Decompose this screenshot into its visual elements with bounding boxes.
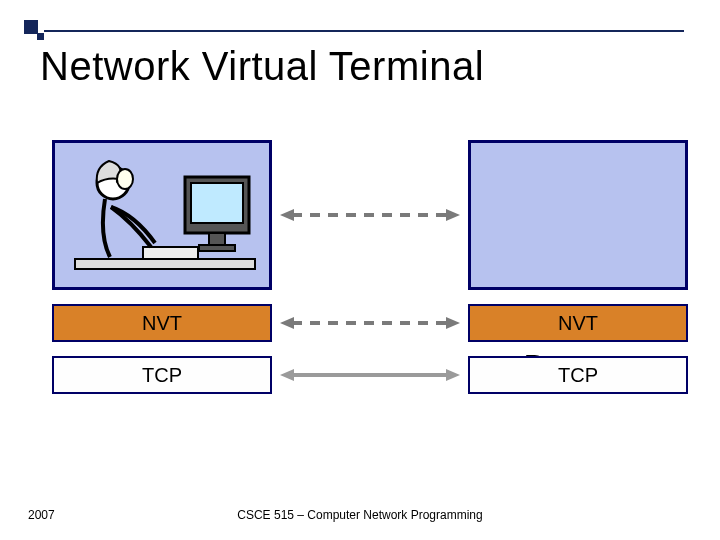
svg-rect-0 — [75, 259, 255, 269]
layer-label: TCP — [558, 364, 598, 387]
title-rule — [44, 30, 684, 32]
svg-marker-16 — [280, 369, 294, 381]
client-box — [52, 140, 272, 290]
svg-point-8 — [117, 169, 133, 189]
user-terminal-icon — [65, 149, 265, 289]
slide: Network Virtual Terminal — [0, 0, 720, 540]
layer-label: NVT — [142, 312, 182, 335]
title-bullet-icon — [24, 20, 38, 34]
server-tcp-layer: TCP — [468, 356, 688, 394]
svg-marker-11 — [446, 209, 460, 221]
footer-course: CSCE 515 – Computer Network Programming — [0, 508, 720, 522]
client-nvt-layer: NVT — [52, 304, 272, 342]
svg-rect-1 — [143, 247, 198, 259]
client-tcp-layer: TCP — [52, 356, 272, 394]
server-nvt-layer: NVT — [468, 304, 688, 342]
svg-rect-3 — [191, 183, 243, 223]
svg-marker-13 — [280, 317, 294, 329]
svg-marker-17 — [446, 369, 460, 381]
svg-rect-4 — [209, 233, 225, 245]
layer-label: TCP — [142, 364, 182, 387]
layer-label: NVT — [558, 312, 598, 335]
svg-rect-5 — [199, 245, 235, 251]
server-box: Server Process — [468, 140, 688, 290]
slide-title: Network Virtual Terminal — [40, 44, 484, 89]
svg-marker-10 — [280, 209, 294, 221]
svg-marker-14 — [446, 317, 460, 329]
